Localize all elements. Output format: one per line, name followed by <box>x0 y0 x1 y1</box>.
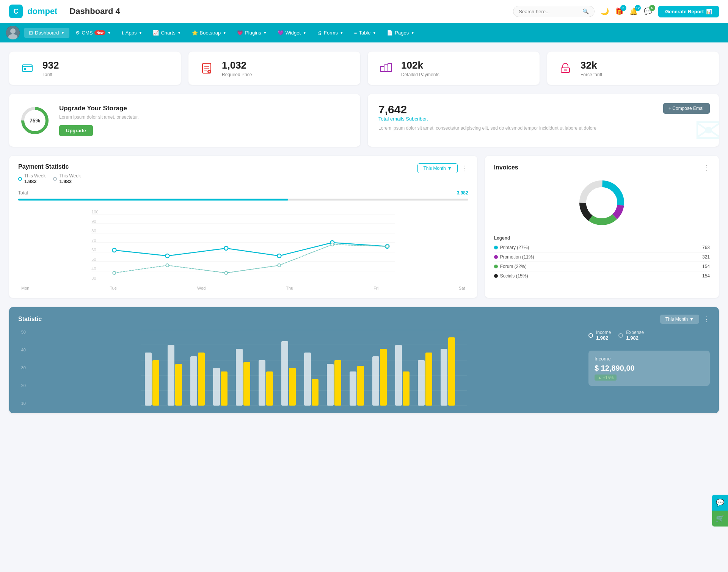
svg-rect-63 <box>190 356 197 406</box>
legend-dot-1 <box>18 177 22 181</box>
generate-report-button[interactable]: Generate Report 📊 <box>658 6 719 17</box>
svg-rect-73 <box>304 353 311 406</box>
svg-rect-80 <box>380 349 387 406</box>
svg-point-46 <box>386 245 389 248</box>
storage-info: Upgrade Your Storage Lorem ipsum dolor s… <box>59 105 139 136</box>
invoices-card: Invoices ⋮ Lege <box>485 156 719 298</box>
statistic-bottom-grid: 50 40 30 20 10 <box>18 330 710 406</box>
bar-y-axis: 50 40 30 20 10 <box>18 330 27 406</box>
forms-label: Forms <box>324 30 338 36</box>
svg-rect-5 <box>24 68 26 70</box>
tariff-label: Tariff <box>42 72 59 77</box>
svg-point-42 <box>166 264 169 267</box>
legend-item-1: This Week 1.982 <box>18 173 46 184</box>
statistic-month-button[interactable]: This Month ▼ <box>660 315 699 324</box>
expense-value: 1.982 <box>626 335 644 341</box>
legend-item-2: This Week 1.982 <box>53 173 80 184</box>
sidebar-item-table[interactable]: ≡ Table ▼ <box>350 28 381 38</box>
payment-chart-left: Payment Statistic This Week 1.982 <box>18 163 81 184</box>
svg-rect-72 <box>289 368 296 406</box>
moon-icon[interactable]: 🌙 <box>601 7 609 16</box>
svg-rect-76 <box>334 360 341 406</box>
svg-rect-62 <box>175 364 182 406</box>
charts-icon: 📈 <box>153 30 159 36</box>
force-tariff-icon <box>556 59 574 77</box>
total-bar-header: Total 3,982 <box>18 190 468 196</box>
detailed-payments-info: 102k Detalled Payments <box>401 60 439 77</box>
y-label-50: 50 <box>18 330 26 334</box>
sidebar-item-dashboard[interactable]: ⊞ Dashboard ▼ <box>24 28 69 38</box>
y-label-20: 20 <box>18 383 26 388</box>
sidebar-item-charts[interactable]: 📈 Charts ▼ <box>148 28 185 38</box>
income-info: Income 1.982 <box>596 330 611 341</box>
x-axis-labels: Mon Tue Wed Thu Fri Sat <box>18 286 468 290</box>
this-month-button[interactable]: This Month ▼ <box>417 163 457 173</box>
table-arrow: ▼ <box>372 31 376 35</box>
widget-arrow: ▼ <box>303 31 306 35</box>
plugins-icon: 💗 <box>237 30 243 36</box>
sidebar-item-plugins[interactable]: 💗 Plugins ▼ <box>232 28 271 38</box>
statistic-title: Statistic <box>18 316 42 323</box>
total-bar-fill <box>18 199 288 201</box>
primary-label: Primary (27%) <box>500 245 529 250</box>
svg-text:30: 30 <box>91 276 96 281</box>
cms-badge: New <box>94 30 105 35</box>
legend-row-left-forum: Forum (22%) <box>494 264 527 269</box>
total-label: Total <box>18 190 28 196</box>
stat-chevron-down: ▼ <box>689 317 694 322</box>
chevron-down-icon: ▼ <box>447 166 452 171</box>
navbar: ⊞ Dashboard ▼ ⚙ CMS New ▼ ℹ Apps ▼ 📈 Cha… <box>0 23 728 42</box>
income-expense-row: Income 1.982 Expense 1.982 <box>588 330 710 341</box>
invoice-title: Invoices <box>494 164 518 171</box>
legend-val-1: 1.982 <box>24 179 46 184</box>
svg-point-36 <box>165 254 169 258</box>
bar-chart-svg <box>27 330 581 406</box>
invoice-more-icon[interactable]: ⋮ <box>703 163 710 172</box>
plugins-arrow: ▼ <box>263 31 267 35</box>
stat-cards-grid: 932 Tariff 1,032 Required Price 102k Det… <box>9 52 719 85</box>
svg-rect-17 <box>564 69 567 71</box>
sidebar-item-cms[interactable]: ⚙ CMS New ▼ <box>71 28 116 38</box>
search-box[interactable]: 🔍 <box>513 6 595 17</box>
sidebar-item-bootstrap[interactable]: ⭐ Bootstrap ▼ <box>187 28 231 38</box>
svg-point-41 <box>113 271 116 274</box>
header-left: C dompet Dashboard 4 <box>9 5 120 18</box>
legend-label-text-2: This Week <box>59 173 80 179</box>
svg-point-35 <box>112 248 116 252</box>
pages-arrow: ▼ <box>411 31 414 35</box>
required-price-icon <box>198 59 216 77</box>
legend-dot-2 <box>53 177 57 181</box>
required-price-info: 1,032 Required Price <box>222 60 252 77</box>
charts-arrow: ▼ <box>177 31 181 35</box>
line-chart-svg: 100 90 80 70 60 50 40 30 <box>18 207 468 282</box>
payment-chart-title: Payment Statistic <box>18 163 81 170</box>
sidebar-item-apps[interactable]: ℹ Apps ▼ <box>117 28 147 38</box>
dashboard-icon: ⊞ <box>29 30 33 36</box>
sidebar-item-pages[interactable]: 📄 Pages ▼ <box>382 28 419 38</box>
chat-icon-btn[interactable]: 💬 5 <box>644 7 652 16</box>
income-item: Income 1.982 <box>588 330 611 341</box>
cms-icon: ⚙ <box>75 30 80 36</box>
svg-point-37 <box>224 246 228 250</box>
upgrade-button[interactable]: Upgrade <box>59 125 93 136</box>
svg-text:50: 50 <box>91 257 96 262</box>
x-label-fri: Fri <box>373 286 378 290</box>
x-label-thu: Thu <box>286 286 293 290</box>
sidebar-item-forms[interactable]: 🖨 Forms ▼ <box>312 28 348 38</box>
svg-rect-70 <box>266 371 273 406</box>
bell-icon-btn[interactable]: 🔔 12 <box>629 7 638 16</box>
month-btn-label: This Month <box>423 166 446 171</box>
gift-icon-btn[interactable]: 🎁 2 <box>615 7 623 16</box>
sidebar-item-widget[interactable]: 💜 Widget ▼ <box>273 28 311 38</box>
email-subtitle: Total emails Subcriber. <box>378 116 708 122</box>
logo-text: dompet <box>27 6 57 16</box>
svg-rect-81 <box>395 345 402 406</box>
plugins-label: Plugins <box>245 30 261 36</box>
statistic-month-label: This Month <box>665 317 688 322</box>
svg-text:90: 90 <box>91 219 96 224</box>
statistic-more-icon[interactable]: ⋮ <box>703 315 710 323</box>
svg-rect-61 <box>168 345 174 406</box>
more-options-icon[interactable]: ⋮ <box>461 164 468 172</box>
svg-text:100: 100 <box>91 210 98 214</box>
search-input[interactable] <box>519 9 579 14</box>
